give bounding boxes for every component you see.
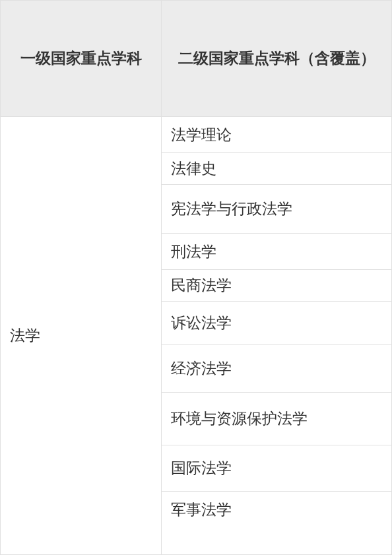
table-row: 军事法学 [162,491,391,528]
table-row: 经济法学 [162,344,391,392]
table-row: 民商法学 [162,269,391,301]
secondary-discipline-column: 法学理论 法律史 宪法学与行政法学 刑法学 民商法学 诉讼法学 经济法学 环境与… [162,116,391,554]
table-row: 宪法学与行政法学 [162,184,391,233]
header-secondary-discipline: 二级国家重点学科（含覆盖） [162,1,391,116]
table-row: 环境与资源保护法学 [162,392,391,445]
disciplines-table: 一级国家重点学科 二级国家重点学科（含覆盖） 法学 法学理论 法律史 宪法学与行… [0,0,392,555]
table-body: 法学 法学理论 法律史 宪法学与行政法学 刑法学 民商法学 诉讼法学 经济法学 … [1,116,391,554]
table-header-row: 一级国家重点学科 二级国家重点学科（含覆盖） [1,1,391,116]
table-row: 法学理论 [162,116,391,152]
table-row: 诉讼法学 [162,301,391,344]
primary-discipline-cell: 法学 [1,116,162,554]
table-row: 法律史 [162,152,391,184]
table-row: 国际法学 [162,445,391,491]
table-row: 刑法学 [162,233,391,269]
header-primary-discipline: 一级国家重点学科 [1,1,162,116]
